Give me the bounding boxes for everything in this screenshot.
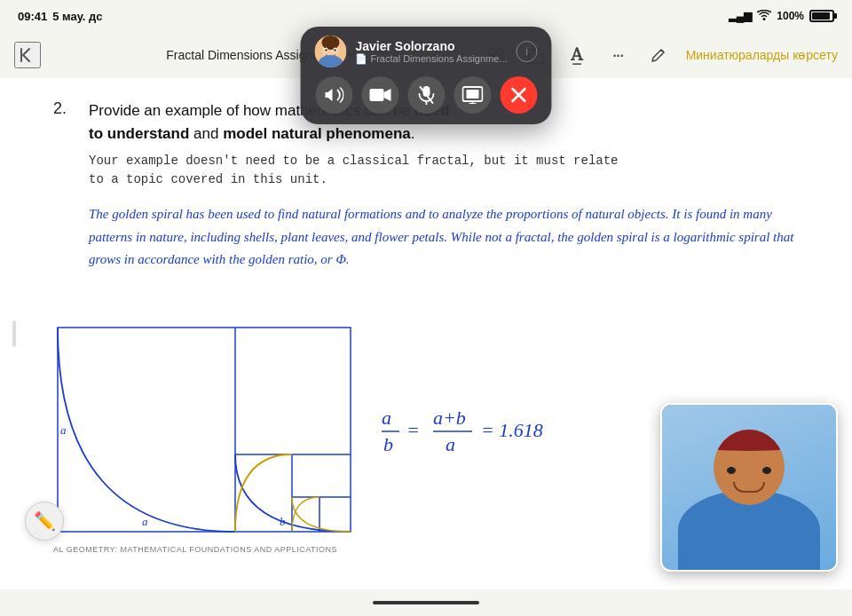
thumbnail-button[interactable]: Миниатюраларды көрсету	[686, 48, 838, 62]
side-handle[interactable]	[12, 320, 16, 347]
battery-icon	[809, 10, 834, 22]
question-number: 2.	[53, 99, 67, 118]
edit-icon[interactable]	[645, 42, 672, 68]
svg-rect-28	[369, 89, 383, 101]
time: 09:41	[18, 10, 47, 23]
svg-point-22	[321, 36, 339, 50]
bottom-bar	[0, 589, 852, 616]
info-button[interactable]: i	[517, 41, 538, 62]
markup-icon[interactable]: A̲	[564, 42, 590, 68]
screen-share-button[interactable]	[454, 76, 491, 114]
video-button[interactable]	[361, 76, 398, 114]
caller-info: Javier Solorzano 📄 Fractal Dimensions As…	[355, 39, 507, 65]
speaker-button[interactable]	[315, 76, 352, 114]
svg-text:= 1.618: = 1.618	[481, 419, 543, 441]
svg-text:a+b: a+b	[433, 407, 466, 429]
golden-ratio-formula: a b = a+b a = 1.618	[382, 398, 630, 474]
wifi-icon	[757, 10, 771, 23]
golden-spiral-diagram: a b a	[53, 323, 355, 536]
camera-feed	[660, 403, 838, 572]
battery-pct: 100%	[777, 10, 804, 22]
page-footer: AL GEOMETRY: MATHEMATICAL FOUNDATIONS AN…	[53, 545, 337, 554]
pen-tool-button[interactable]: ✏️	[25, 501, 64, 541]
caller-name: Javier Solorzano	[355, 39, 507, 53]
more-options-icon[interactable]: ···	[604, 42, 631, 68]
svg-rect-33	[466, 90, 478, 99]
mute-button[interactable]	[407, 76, 445, 114]
facetime-overlay: Javier Solorzano 📄 Fractal Dimensions As…	[300, 27, 551, 124]
svg-text:a: a	[142, 515, 148, 528]
svg-text:a: a	[382, 407, 391, 429]
signal-icon: ▂▄▆	[729, 10, 753, 22]
end-call-button[interactable]	[500, 76, 537, 114]
handwritten-answer: The golden spiral has been used to find …	[89, 203, 816, 272]
date: 5 мау. дс	[52, 10, 102, 23]
facetime-controls	[314, 76, 537, 114]
doc-name: Fractal Dimensions Assignme...	[370, 53, 507, 64]
svg-text:b: b	[280, 515, 286, 528]
home-indicator	[373, 601, 479, 604]
svg-rect-3	[58, 328, 351, 532]
caller-doc: 📄 Fractal Dimensions Assignme...	[355, 53, 507, 65]
svg-point-25	[325, 49, 327, 51]
question-subtext: Your example doesn't need to be a classi…	[89, 152, 816, 189]
svg-text:=: =	[406, 419, 420, 441]
svg-point-26	[334, 49, 335, 51]
svg-point-0	[763, 18, 766, 20]
svg-text:b: b	[383, 433, 393, 455]
collapse-button[interactable]	[14, 42, 41, 68]
doc-icon: 📄	[355, 53, 367, 65]
caller-avatar	[314, 36, 346, 67]
svg-text:a: a	[446, 433, 455, 455]
svg-text:a: a	[60, 423, 67, 437]
